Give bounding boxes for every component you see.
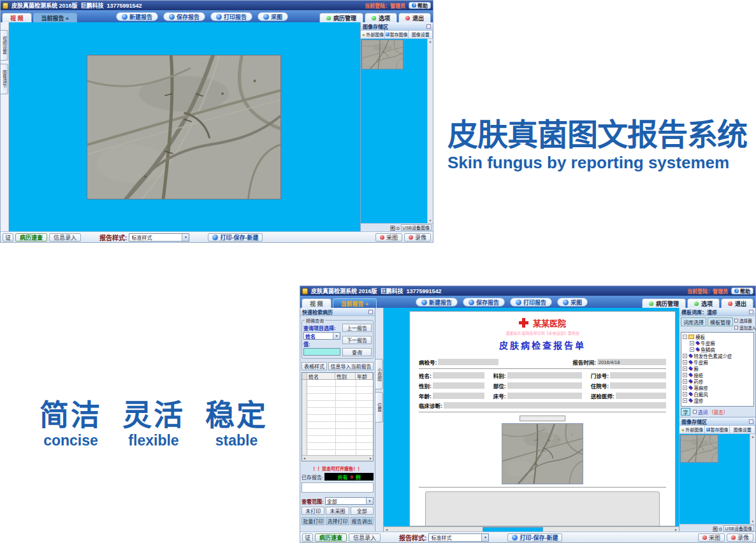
expand-plus-icon[interactable]: + [683,373,687,377]
menu-tab[interactable]: 退出 [398,13,431,22]
toolbar-button[interactable]: 保存报告 [163,12,205,21]
side-tab[interactable]: 视频设置 [1,30,8,61]
info-entry-button[interactable]: 信息录入 [349,533,381,542]
age-field[interactable] [433,393,484,399]
action-button[interactable]: 报告调出 [351,517,374,525]
image-list-area[interactable]: ▲▼ [361,39,433,223]
info-entry-button[interactable]: 信息录入 [49,233,81,242]
image-thumbnail[interactable] [361,40,403,69]
menu-tab[interactable]: 选项 [687,298,720,308]
filter-button[interactable]: 全部 [351,507,374,515]
expand-plus-icon[interactable]: + [683,354,687,358]
font-button[interactable]: 字 [681,408,690,416]
help-button[interactable]: ?帮助 [409,2,431,9]
scroll-up-icon[interactable]: ▲ [429,40,432,43]
tab-current-report[interactable]: 当前报告 « [333,298,377,308]
report-style-select[interactable]: 标准样式▼ [129,233,189,242]
side-tab[interactable]: 小视图 [375,359,383,389]
toolbar-button[interactable]: 保存报告 [463,298,505,307]
collapse-icon[interactable] [749,419,753,424]
titlebar[interactable]: 皮肤真菌检测系统 2016版 巨鹏科技 13775991542 当前登陆：管理员… [1,1,433,10]
expand-plus-icon[interactable]: + [683,398,687,403]
gender-field[interactable] [433,382,484,389]
record-button[interactable]: 录像 [727,533,753,542]
image-list-area[interactable]: ▲▼ [680,434,755,524]
tab-video[interactable]: 视 频 [302,298,331,308]
outpatient-field[interactable] [610,372,666,379]
collapse-minus-icon[interactable]: − [683,335,687,339]
prev-report-button[interactable]: 上一报告 [342,324,372,332]
filter-button[interactable]: 未采图 [326,507,349,515]
next-report-button[interactable]: 下一报告 [342,336,372,344]
table-body[interactable] [302,380,373,455]
image-caption-box[interactable] [520,416,565,421]
scroll-down-icon[interactable]: ▼ [429,219,432,222]
tab-current-report[interactable]: 当前报告 « [33,13,78,22]
name-field[interactable] [433,372,484,379]
query-field-select[interactable]: 姓名▼ [303,332,340,340]
import-to-report-button[interactable]: 信息导入当前报告 [328,362,374,370]
external-image-button[interactable]: ◄外部图像 [680,426,705,433]
scroll-right-icon[interactable]: ► [369,456,372,460]
tree-item[interactable]: +◆白癜风 [682,391,753,397]
report-style-select[interactable]: 标准样式▼ [428,533,489,542]
toolbar-button[interactable]: 采图 [258,12,288,21]
table-h-scrollbar[interactable]: ◄► [302,455,373,461]
expand-plus-icon[interactable]: + [683,392,687,396]
collapse-icon[interactable] [749,310,753,314]
scroll-up-icon[interactable]: ▲ [752,435,755,438]
tree-item[interactable]: +◆癣 [682,365,753,372]
menu-tab[interactable]: 选项 [365,13,397,22]
report-page[interactable]: 某某医院 温馨提示:医院名称可到【系统设置】里修改 皮肤病检查报告单 病检号: … [409,311,676,526]
report-list-box[interactable] [302,482,374,493]
image-settings-button[interactable]: 图像设置 [730,426,755,433]
tree-item[interactable]: +◆特发性色素减少症 [682,352,753,359]
help-button[interactable]: ?帮助 [731,287,753,294]
expand-plus-icon[interactable]: + [683,366,687,371]
tree-item[interactable]: +◆牛皮癣 [682,340,753,346]
print-save-new-button[interactable]: 打印-保存-新建 [208,233,263,242]
expand-plus-icon[interactable]: + [690,341,694,345]
capture-button[interactable]: 采图 [375,233,402,242]
expand-plus-icon[interactable]: + [690,347,694,352]
patient-table[interactable]: 姓名性别年龄 ◄► [302,372,374,461]
image-settings-button[interactable]: 图像设置 [409,31,433,38]
tree-item[interactable]: +◆药疹 [682,378,753,384]
expand-plus-icon[interactable]: + [683,360,687,365]
toolbar-button[interactable]: 打印报告 [510,298,552,307]
action-button[interactable]: 批量打印 [302,517,324,525]
view-range-select[interactable]: 全部▼ [325,497,374,505]
external-image-button[interactable]: ◄外部图像 [361,31,385,38]
quick-search-button[interactable]: 病历速查 [15,233,47,242]
action-button[interactable]: 选择打印 [326,517,349,525]
scroll-down-icon[interactable]: ▼ [752,519,755,523]
filter-button[interactable]: 未打印 [302,507,324,515]
dept-field[interactable] [507,372,582,379]
lexicon-select-button[interactable]: 词库选择 [681,317,706,326]
table-style-button[interactable]: 表格样式 [302,362,327,370]
template-tree[interactable]: −模板 +◆牛皮癣+◆鱼鳞病+◆特发性色素减少症+◆牛皮癣+◆癣+◆痤疮+◆药疹… [681,332,754,407]
print-save-new-button[interactable]: 打印-保存-新建 [507,533,562,542]
video-canvas[interactable] [9,22,360,231]
tree-item[interactable]: +◆痤疮 [682,372,753,378]
column-header[interactable]: 姓名 [307,373,335,379]
record-button[interactable]: 录像 [404,233,431,242]
query-value-input[interactable] [303,348,340,356]
tab-video[interactable]: 视 频 [2,13,32,22]
tree-item[interactable]: +◆牛皮癣 [682,359,753,365]
dropdown-arrow-icon[interactable]: ▼ [333,333,340,339]
image-thumbnail[interactable] [680,435,718,463]
bed-field[interactable] [507,393,582,399]
tree-item[interactable]: +◆鱼鳞病 [682,346,753,352]
quick-search-button[interactable]: 病历速查 [315,533,347,542]
expand-plus-icon[interactable]: + [683,379,687,384]
template-manage-button[interactable]: 模板管理 [708,317,733,326]
dropdown-arrow-icon[interactable]: ▼ [182,234,189,241]
menu-tab[interactable]: 病历管理 [642,298,686,308]
doctor-field[interactable] [616,393,666,399]
titlebar[interactable]: 皮肤真菌检测系统 2016版 巨鹏科技 13775991542 当前登陆：管理员… [300,286,755,296]
selector-checkbox[interactable]: 选择器 [734,317,756,324]
usb-device-button[interactable]: USB设备图像 [723,525,754,532]
column-header[interactable]: 性别 [335,373,356,379]
findings-text-area[interactable] [425,491,660,526]
